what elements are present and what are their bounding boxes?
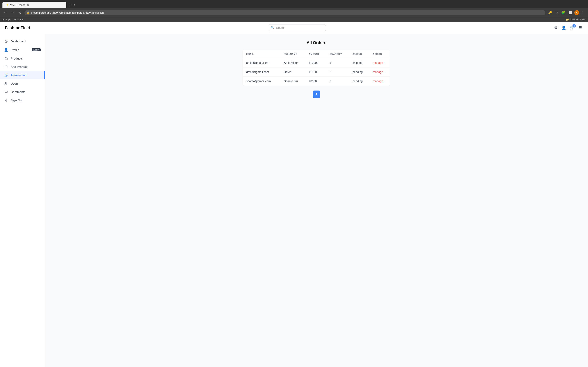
browser-nav: ← → ↻ 🔒 🔑 ☆ 🧩 ⬜ A ⋮ xyxy=(0,8,588,17)
cell-quantity: 2 xyxy=(326,77,349,86)
cart-badge: 2 xyxy=(572,24,576,27)
col-amount: AMOUNT xyxy=(306,50,326,58)
cell-quantity: 4 xyxy=(326,58,349,67)
sidebar-label-dashboard: Dashboard xyxy=(11,40,26,43)
browser-tabs: ⚡ Vite + React ✕ + ▾ xyxy=(2,2,586,8)
sidebar-item-products[interactable]: Products xyxy=(0,54,45,63)
sign-out-icon xyxy=(4,99,8,102)
orders-table: EMAIL FULLNAME AMOUNT QUANTITY STATUS AC… xyxy=(243,50,390,86)
browser-nav-right: 🔑 ☆ 🧩 ⬜ A ⋮ xyxy=(547,10,586,15)
cell-amount: $8000 xyxy=(306,77,326,86)
page-1-button[interactable]: 1 xyxy=(313,91,320,98)
table-header-row: EMAIL FULLNAME AMOUNT QUANTITY STATUS AC… xyxy=(243,50,390,58)
all-bookmarks-label: All Bookmarks xyxy=(570,18,586,21)
cell-action[interactable]: manage xyxy=(370,67,390,77)
header-search: 🔍 xyxy=(45,24,550,31)
main-layout: Dashboard 👤 Profile Admin Products Add P… xyxy=(0,34,588,367)
app-wrapper: FashionFleet 🔍 ⚙ 👤 🛒 2 ☰ Dashboard xyxy=(0,22,588,367)
cell-amount: $19000 xyxy=(306,58,326,67)
sidebar-item-add-product[interactable]: Add Product xyxy=(0,63,45,71)
manage-button[interactable]: manage xyxy=(373,70,383,74)
svg-rect-9 xyxy=(5,91,7,92)
pagination: 1 xyxy=(55,91,578,98)
sidebar-label-comments: Comments xyxy=(11,90,26,94)
new-tab-button[interactable]: + xyxy=(67,2,73,8)
tab-close-button[interactable]: ✕ xyxy=(26,3,63,7)
menu-hamburger-button[interactable]: ☰ xyxy=(577,24,583,31)
profile-avatar[interactable]: A xyxy=(574,10,579,15)
manage-button[interactable]: manage xyxy=(373,80,383,83)
tab-title: Vite + React xyxy=(10,3,25,7)
menu-button[interactable]: ⋮ xyxy=(580,10,586,15)
comments-icon xyxy=(4,90,8,94)
sidebar-item-sign-out[interactable]: Sign Out xyxy=(0,96,45,104)
cell-quantity: 2 xyxy=(326,67,349,77)
table-row: david@gmail.com David $11000 2 pending m… xyxy=(243,67,390,77)
orders-table-wrapper: EMAIL FULLNAME AMOUNT QUANTITY STATUS AC… xyxy=(243,50,390,86)
screenshot-button[interactable]: ⬜ xyxy=(567,10,573,15)
settings-button[interactable]: ⚙ xyxy=(553,24,559,31)
back-button[interactable]: ← xyxy=(2,10,8,16)
col-action: ACITON xyxy=(370,50,390,58)
dashboard-icon xyxy=(4,40,8,43)
cell-email: david@gmail.com xyxy=(243,67,281,77)
cell-amount: $11000 xyxy=(306,67,326,77)
maps-icon: 🗺 xyxy=(14,18,17,21)
page-title: All Orders xyxy=(55,40,578,45)
maps-bookmark[interactable]: 🗺 Maps xyxy=(14,18,23,21)
app-header: FashionFleet 🔍 ⚙ 👤 🛒 2 ☰ xyxy=(0,22,588,34)
svg-point-7 xyxy=(5,82,6,83)
cell-fullname: Amio Viper xyxy=(281,58,306,67)
reload-button[interactable]: ↻ xyxy=(17,10,23,16)
sidebar-item-users[interactable]: Users xyxy=(0,79,45,88)
admin-badge: Admin xyxy=(32,48,41,51)
add-product-icon xyxy=(4,65,8,68)
cell-action[interactable]: manage xyxy=(370,77,390,86)
account-button[interactable]: 👤 xyxy=(560,24,567,31)
table-row: amio@gmail.com Amio Viper $19000 4 shipp… xyxy=(243,58,390,67)
forward-button[interactable]: → xyxy=(10,10,16,16)
cell-status: pending xyxy=(349,77,369,86)
sidebar-label-users: Users xyxy=(11,82,18,85)
sidebar-item-profile[interactable]: 👤 Profile Admin xyxy=(0,45,45,54)
bookmark-button[interactable]: ☆ xyxy=(554,10,559,15)
users-icon xyxy=(4,82,8,85)
cart-button[interactable]: 🛒 2 xyxy=(569,24,576,31)
svg-text:$: $ xyxy=(6,75,7,76)
cell-action[interactable]: manage xyxy=(370,58,390,67)
active-tab[interactable]: ⚡ Vite + React ✕ xyxy=(2,2,66,8)
bookmarks-folder-icon: 📁 xyxy=(566,18,569,21)
products-icon xyxy=(4,57,8,60)
profile-icon: 👤 xyxy=(4,48,8,52)
cell-email: amio@gmail.com xyxy=(243,58,281,67)
cell-status: pending xyxy=(349,67,369,77)
sidebar-label-products: Products xyxy=(11,57,23,60)
manage-button[interactable]: manage xyxy=(373,61,383,64)
table-row: shanto@gmail.com Shanto Biri $8000 2 pen… xyxy=(243,77,390,86)
sidebar-item-comments[interactable]: Comments xyxy=(0,88,45,96)
col-email: EMAIL xyxy=(243,50,281,58)
maps-label: Maps xyxy=(17,18,23,21)
bookmarks-bar: ⊞ Apps 🗺 Maps 📁 All Bookmarks xyxy=(0,17,588,22)
sidebar-item-transaction[interactable]: $ Transaction xyxy=(0,71,45,79)
address-bar[interactable] xyxy=(25,10,545,15)
tab-dropdown-button[interactable]: ▾ xyxy=(73,3,76,7)
cell-fullname: David xyxy=(281,67,306,77)
sidebar-label-transaction: Transaction xyxy=(11,73,26,77)
content-area: All Orders EMAIL FULLNAME AMOUNT QUANTIT… xyxy=(45,34,588,367)
svg-point-8 xyxy=(6,83,7,83)
all-bookmarks[interactable]: 📁 All Bookmarks xyxy=(566,18,586,21)
col-fullname: FULLNAME xyxy=(281,50,306,58)
svg-rect-1 xyxy=(5,58,7,60)
cell-fullname: Shanto Biri xyxy=(281,77,306,86)
table-header: EMAIL FULLNAME AMOUNT QUANTITY STATUS AC… xyxy=(243,50,390,58)
sidebar-item-dashboard[interactable]: Dashboard xyxy=(0,37,45,45)
browser-chrome: ⚡ Vite + React ✕ + ▾ xyxy=(0,0,588,8)
header-icons: ⚙ 👤 🛒 2 ☰ xyxy=(553,24,583,31)
password-manager-button[interactable]: 🔑 xyxy=(547,10,553,15)
extensions-button[interactable]: 🧩 xyxy=(560,10,566,15)
app-logo: FashionFleet xyxy=(5,25,42,30)
sidebar: Dashboard 👤 Profile Admin Products Add P… xyxy=(0,34,45,367)
apps-bookmark[interactable]: ⊞ Apps xyxy=(2,18,11,21)
search-input[interactable] xyxy=(269,24,326,31)
